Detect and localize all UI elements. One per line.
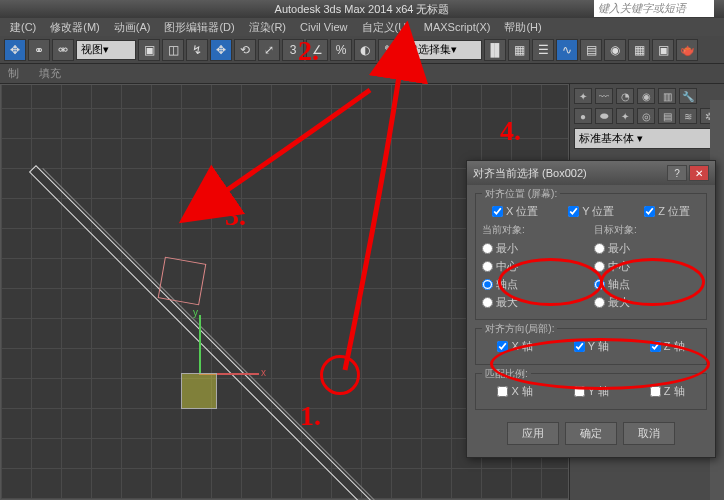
hierarchy-tab-icon[interactable]: ◔ xyxy=(616,88,634,104)
current-pivot-radio[interactable]: 轴点 xyxy=(482,277,588,292)
display-tab-icon[interactable]: ▥ xyxy=(658,88,676,104)
align-orient-group: 对齐方向(局部): X 轴 Y 轴 Z 轴 xyxy=(475,328,707,365)
menu-custom[interactable]: 自定义(U) xyxy=(356,18,416,37)
target-center-radio[interactable]: 中心 xyxy=(594,259,700,274)
target-object-label: 目标对象: xyxy=(594,223,700,237)
current-object-label: 当前对象: xyxy=(482,223,588,237)
utilities-tab-icon[interactable]: 🔧 xyxy=(679,88,697,104)
pos-group-label: 对齐位置 (屏幕): xyxy=(482,187,560,201)
selected-box-object[interactable] xyxy=(181,373,217,409)
selset-dropdown[interactable]: 建选择集 ▾ xyxy=(402,40,482,60)
scale-y-checkbox[interactable]: Y 轴 xyxy=(574,384,609,399)
menu-graph[interactable]: 图形编辑器(D) xyxy=(158,18,240,37)
filter-icon[interactable]: ▣ xyxy=(138,39,160,61)
render-frame-icon[interactable]: ▣ xyxy=(652,39,674,61)
orient-x-checkbox[interactable]: X 轴 xyxy=(497,339,532,354)
cancel-button[interactable]: 取消 xyxy=(623,422,675,445)
selection-outline xyxy=(158,257,207,306)
dialog-title-text: 对齐当前选择 (Box002) xyxy=(473,166,587,181)
scale-x-checkbox[interactable]: X 轴 xyxy=(497,384,532,399)
ribbon-ctrl[interactable]: 制 xyxy=(8,66,19,81)
layers-icon[interactable]: ☰ xyxy=(532,39,554,61)
render-setup-icon[interactable]: ▦ xyxy=(628,39,650,61)
scale-icon[interactable]: ⤢ xyxy=(258,39,280,61)
app-title: Autodesk 3ds Max 2014 x64 无标题 xyxy=(275,2,450,17)
cameras-icon[interactable]: ◎ xyxy=(637,108,655,124)
menu-civil[interactable]: Civil View xyxy=(294,19,353,35)
curve-editor-icon[interactable]: ∿ xyxy=(556,39,578,61)
menu-render[interactable]: 渲染(R) xyxy=(243,18,292,37)
move-icon[interactable]: ✥ xyxy=(210,39,232,61)
shapes-icon[interactable]: ⬬ xyxy=(595,108,613,124)
percent-snap-icon[interactable]: % xyxy=(330,39,352,61)
close-button[interactable]: ✕ xyxy=(689,165,709,181)
menu-anim[interactable]: 动画(A) xyxy=(108,18,157,37)
x-label: x xyxy=(261,367,266,378)
current-max-radio[interactable]: 最大 xyxy=(482,295,588,310)
unlink-icon[interactable]: ⚮ xyxy=(52,39,74,61)
geometry-icon[interactable]: ● xyxy=(574,108,592,124)
tool-icon[interactable]: ↯ xyxy=(186,39,208,61)
spinner-icon[interactable]: ◐ xyxy=(354,39,376,61)
angle-snap-icon[interactable]: ∠ xyxy=(306,39,328,61)
link-icon[interactable]: ⚭ xyxy=(28,39,50,61)
modify-tab-icon[interactable]: 〰 xyxy=(595,88,613,104)
dialog-titlebar[interactable]: 对齐当前选择 (Box002) ? ✕ xyxy=(467,161,715,185)
current-min-radio[interactable]: 最小 xyxy=(482,241,588,256)
target-max-radio[interactable]: 最大 xyxy=(594,295,700,310)
ribbon-bar: 制 填充 xyxy=(0,64,724,84)
select-move-icon[interactable]: ✥ xyxy=(4,39,26,61)
helpers-icon[interactable]: ▤ xyxy=(658,108,676,124)
spacewarps-icon[interactable]: ≋ xyxy=(679,108,697,124)
keyword-search-input[interactable]: 键入关键字或短语 xyxy=(594,0,714,17)
window-crossing-icon[interactable]: ◫ xyxy=(162,39,184,61)
gizmo-y-axis[interactable] xyxy=(199,315,201,375)
scale-z-checkbox[interactable]: Z 轴 xyxy=(650,384,685,399)
match-scale-group: 匹配比例: X 轴 Y 轴 Z 轴 xyxy=(475,373,707,410)
help-button[interactable]: ? xyxy=(667,165,687,181)
y-label: y xyxy=(193,307,198,318)
align-dialog: 对齐当前选择 (Box002) ? ✕ 对齐位置 (屏幕): X 位置 Y 位置… xyxy=(466,160,716,458)
render-icon[interactable]: 🫖 xyxy=(676,39,698,61)
scale-group-label: 匹配比例: xyxy=(482,367,531,381)
category-dropdown[interactable]: 标准基本体 ▾ xyxy=(574,128,720,149)
menu-modify[interactable]: 修改器(M) xyxy=(44,18,106,37)
rotate-icon[interactable]: ⟲ xyxy=(234,39,256,61)
orient-group-label: 对齐方向(局部): xyxy=(482,322,557,336)
mirror-icon[interactable]: ▐▌ xyxy=(484,39,506,61)
ribbon-fill[interactable]: 填充 xyxy=(39,66,61,81)
target-pivot-radio[interactable]: 轴点 xyxy=(594,277,700,292)
ok-button[interactable]: 确定 xyxy=(565,422,617,445)
menu-create[interactable]: 建(C) xyxy=(4,18,42,37)
snap3-icon[interactable]: 3 xyxy=(282,39,304,61)
orient-z-checkbox[interactable]: Z 轴 xyxy=(650,339,685,354)
main-toolbar: ✥ ⚭ ⚮ 视图 ▾ ▣ ◫ ↯ ✥ ⟲ ⤢ 3 ∠ % ◐ ✎ 建选择集 ▾ … xyxy=(0,36,724,64)
apply-button[interactable]: 应用 xyxy=(507,422,559,445)
material-icon[interactable]: ◉ xyxy=(604,39,626,61)
lights-icon[interactable]: ✦ xyxy=(616,108,634,124)
align-icon[interactable]: ▦ xyxy=(508,39,530,61)
edit-named-icon[interactable]: ✎ xyxy=(378,39,400,61)
align-position-group: 对齐位置 (屏幕): X 位置 Y 位置 Z 位置 当前对象: 最小 中心 轴点… xyxy=(475,193,707,320)
y-position-checkbox[interactable]: Y 位置 xyxy=(568,204,614,219)
motion-tab-icon[interactable]: ◉ xyxy=(637,88,655,104)
schematic-icon[interactable]: ▤ xyxy=(580,39,602,61)
view-dropdown[interactable]: 视图 ▾ xyxy=(76,40,136,60)
create-tab-icon[interactable]: ✦ xyxy=(574,88,592,104)
menu-bar: 建(C) 修改器(M) 动画(A) 图形编辑器(D) 渲染(R) Civil V… xyxy=(0,18,724,36)
menu-maxscript[interactable]: MAXScript(X) xyxy=(418,19,497,35)
target-min-radio[interactable]: 最小 xyxy=(594,241,700,256)
x-position-checkbox[interactable]: X 位置 xyxy=(492,204,538,219)
z-position-checkbox[interactable]: Z 位置 xyxy=(644,204,690,219)
orient-y-checkbox[interactable]: Y 轴 xyxy=(574,339,609,354)
menu-help[interactable]: 帮助(H) xyxy=(498,18,547,37)
current-center-radio[interactable]: 中心 xyxy=(482,259,588,274)
